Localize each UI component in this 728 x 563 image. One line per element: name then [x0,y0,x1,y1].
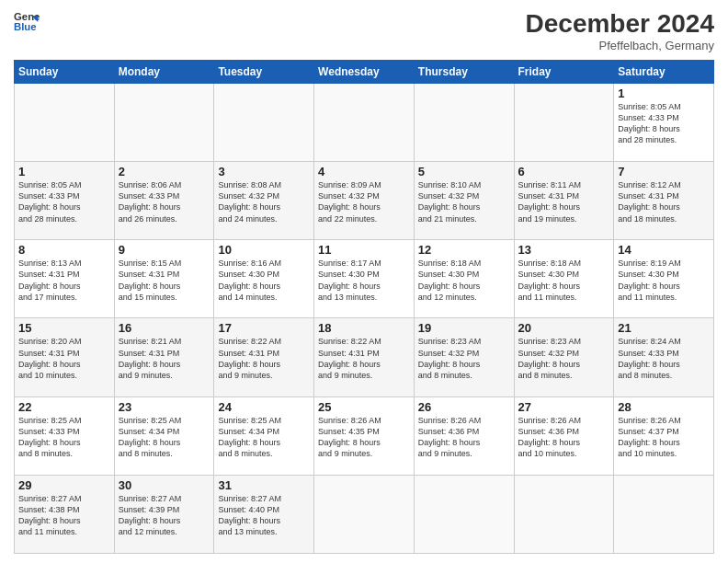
table-row: 12Sunrise: 8:18 AMSunset: 4:30 PMDayligh… [414,240,514,318]
table-row: 14Sunrise: 8:19 AMSunset: 4:30 PMDayligh… [614,240,714,318]
day-number: 2 [119,165,210,178]
day-number: 5 [418,165,510,178]
table-row: 22Sunrise: 8:25 AMSunset: 4:33 PMDayligh… [15,396,115,475]
day-number: 20 [518,321,610,335]
table-row: 16Sunrise: 8:21 AMSunset: 4:31 PMDayligh… [114,318,214,396]
day-number: 7 [618,165,710,178]
table-row: 1Sunrise: 8:05 AMSunset: 4:33 PMDaylight… [614,84,714,162]
cell-text: Sunrise: 8:27 AMSunset: 4:40 PMDaylight:… [218,493,310,538]
header: General Blue General Blue December 2024 … [14,9,714,52]
cell-text: Sunrise: 8:27 AMSunset: 4:39 PMDaylight:… [119,493,210,538]
cell-text: Sunrise: 8:23 AMSunset: 4:32 PMDaylight:… [418,336,510,381]
svg-text:Blue: Blue [14,21,37,32]
table-row: 10Sunrise: 8:16 AMSunset: 4:30 PMDayligh… [214,240,314,318]
day-number: 19 [418,321,510,335]
cell-text: Sunrise: 8:08 AMSunset: 4:32 PMDaylight:… [218,179,310,224]
cell-text: Sunrise: 8:24 AMSunset: 4:33 PMDaylight:… [618,336,710,381]
calendar-week-row: 15Sunrise: 8:20 AMSunset: 4:31 PMDayligh… [15,318,714,396]
table-row: 26Sunrise: 8:26 AMSunset: 4:36 PMDayligh… [414,396,514,475]
table-row: 5Sunrise: 8:10 AMSunset: 4:32 PMDaylight… [414,162,514,240]
day-number: 3 [218,165,310,178]
table-row [314,84,415,162]
table-row [614,475,714,553]
col-monday: Monday [114,61,214,84]
table-row: 29Sunrise: 8:27 AMSunset: 4:38 PMDayligh… [15,475,115,553]
day-number: 4 [318,165,410,178]
table-row: 28Sunrise: 8:26 AMSunset: 4:37 PMDayligh… [614,396,714,475]
cell-text: Sunrise: 8:27 AMSunset: 4:38 PMDaylight:… [18,493,110,538]
title-block: December 2024 Pfeffelbach, Germany [526,9,714,52]
col-friday: Friday [514,61,614,84]
day-number: 12 [418,243,510,257]
table-row: 23Sunrise: 8:25 AMSunset: 4:34 PMDayligh… [114,396,214,475]
cell-text: Sunrise: 8:16 AMSunset: 4:30 PMDaylight:… [218,258,310,303]
day-number: 13 [518,243,610,257]
day-number: 14 [618,243,710,257]
table-row: 31Sunrise: 8:27 AMSunset: 4:40 PMDayligh… [214,475,314,553]
location: Pfeffelbach, Germany [526,39,714,52]
col-tuesday: Tuesday [214,61,314,84]
col-saturday: Saturday [614,61,714,84]
table-row [214,84,314,162]
table-row: 11Sunrise: 8:17 AMSunset: 4:30 PMDayligh… [314,240,415,318]
table-row [414,84,514,162]
table-row: 15Sunrise: 8:20 AMSunset: 4:31 PMDayligh… [15,318,115,396]
day-number: 6 [518,165,610,178]
table-row: 25Sunrise: 8:26 AMSunset: 4:35 PMDayligh… [314,396,415,475]
cell-text: Sunrise: 8:23 AMSunset: 4:32 PMDaylight:… [518,336,610,381]
cell-text: Sunrise: 8:17 AMSunset: 4:30 PMDaylight:… [318,258,410,303]
day-number: 1 [18,165,110,178]
calendar-table: Sunday Monday Tuesday Wednesday Thursday… [14,60,714,554]
table-row [114,84,214,162]
table-row: 21Sunrise: 8:24 AMSunset: 4:33 PMDayligh… [614,318,714,396]
month-title: December 2024 [526,9,714,39]
cell-text: Sunrise: 8:26 AMSunset: 4:36 PMDaylight:… [518,415,610,460]
cell-text: Sunrise: 8:06 AMSunset: 4:33 PMDaylight:… [119,179,210,224]
cell-text: Sunrise: 8:19 AMSunset: 4:30 PMDaylight:… [618,258,710,303]
day-number: 10 [218,243,310,257]
table-row: 30Sunrise: 8:27 AMSunset: 4:39 PMDayligh… [114,475,214,553]
table-row: 2Sunrise: 8:06 AMSunset: 4:33 PMDaylight… [114,162,214,240]
col-thursday: Thursday [414,61,514,84]
day-number: 17 [218,321,310,335]
cell-text: Sunrise: 8:21 AMSunset: 4:31 PMDaylight:… [119,336,210,381]
logo: General Blue General Blue [14,9,40,35]
cell-text: Sunrise: 8:09 AMSunset: 4:32 PMDaylight:… [318,179,410,224]
table-row [15,84,115,162]
cell-text: Sunrise: 8:25 AMSunset: 4:34 PMDaylight:… [119,415,210,460]
table-row: 18Sunrise: 8:22 AMSunset: 4:31 PMDayligh… [314,318,415,396]
day-number: 18 [318,321,410,335]
cell-text: Sunrise: 8:12 AMSunset: 4:31 PMDaylight:… [618,179,710,224]
calendar-header-row: Sunday Monday Tuesday Wednesday Thursday… [15,61,714,84]
col-wednesday: Wednesday [314,61,415,84]
day-number: 22 [18,400,110,414]
day-number: 11 [318,243,410,257]
calendar-week-row: 22Sunrise: 8:25 AMSunset: 4:33 PMDayligh… [15,396,714,475]
table-row [514,475,614,553]
cell-text: Sunrise: 8:26 AMSunset: 4:36 PMDaylight:… [418,415,510,460]
table-row: 20Sunrise: 8:23 AMSunset: 4:32 PMDayligh… [514,318,614,396]
cell-text: Sunrise: 8:10 AMSunset: 4:32 PMDaylight:… [418,179,510,224]
day-number: 23 [119,400,210,414]
table-row: 27Sunrise: 8:26 AMSunset: 4:36 PMDayligh… [514,396,614,475]
cell-text: Sunrise: 8:11 AMSunset: 4:31 PMDaylight:… [518,179,610,224]
cell-text: Sunrise: 8:20 AMSunset: 4:31 PMDaylight:… [18,336,110,381]
day-number: 21 [618,321,710,335]
table-row: 1Sunrise: 8:05 AMSunset: 4:33 PMDaylight… [15,162,115,240]
cell-text: Sunrise: 8:25 AMSunset: 4:34 PMDaylight:… [218,415,310,460]
table-row: 9Sunrise: 8:15 AMSunset: 4:31 PMDaylight… [114,240,214,318]
cell-text: Sunrise: 8:15 AMSunset: 4:31 PMDaylight:… [119,258,210,303]
table-row: 3Sunrise: 8:08 AMSunset: 4:32 PMDaylight… [214,162,314,240]
day-number: 28 [618,400,710,414]
day-number: 8 [18,243,110,257]
calendar-week-row: 8Sunrise: 8:13 AMSunset: 4:31 PMDaylight… [15,240,714,318]
day-number: 24 [218,400,310,414]
table-row: 13Sunrise: 8:18 AMSunset: 4:30 PMDayligh… [514,240,614,318]
col-sunday: Sunday [15,61,115,84]
calendar-week-row: 29Sunrise: 8:27 AMSunset: 4:38 PMDayligh… [15,475,714,553]
day-number: 29 [18,478,110,492]
cell-text: Sunrise: 8:18 AMSunset: 4:30 PMDaylight:… [418,258,510,303]
table-row: 7Sunrise: 8:12 AMSunset: 4:31 PMDaylight… [614,162,714,240]
cell-text: Sunrise: 8:26 AMSunset: 4:37 PMDaylight:… [618,415,710,460]
day-number: 31 [218,478,310,492]
